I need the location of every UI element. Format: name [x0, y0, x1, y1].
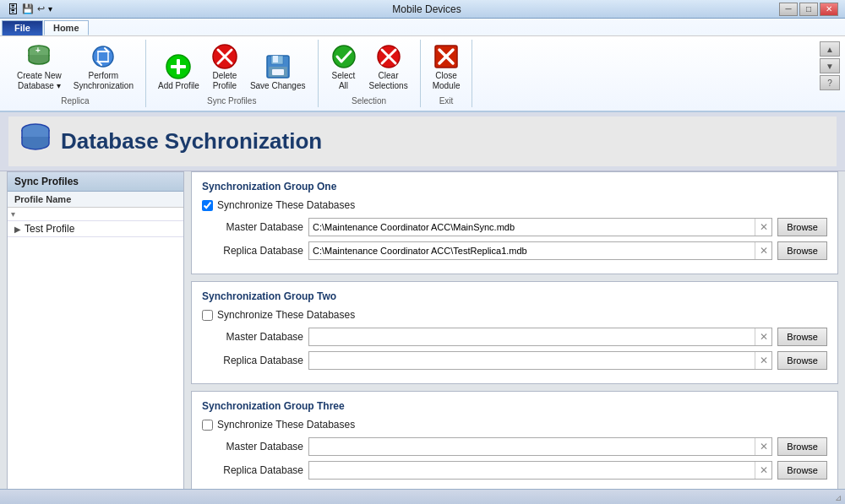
select-all-icon — [330, 43, 357, 70]
add-profile-button[interactable]: Add Profile — [153, 50, 204, 95]
sync-checkbox-3[interactable] — [202, 420, 213, 431]
resize-grip[interactable]: ⊿ — [831, 490, 845, 504]
add-profile-icon — [165, 53, 192, 80]
ribbon-group-selection: SelectAll ClearSelections Selec — [319, 40, 421, 107]
sync-profiles-group-label: Sync Profiles — [207, 96, 256, 106]
exit-buttons: CloseModule — [428, 40, 466, 95]
clear-selections-button[interactable]: ClearSelections — [364, 40, 413, 95]
sync-checkbox-2[interactable] — [202, 310, 213, 321]
save-changes-button[interactable]: Save Changes — [245, 50, 311, 95]
svg-rect-5 — [171, 65, 186, 68]
tree-expand-icon: ▶ — [14, 225, 21, 234]
exit-group-label: Exit — [439, 96, 454, 106]
close-button[interactable]: ✕ — [820, 3, 838, 16]
page-body: Sync Profiles Profile Name ▾ ▶ Test Prof… — [0, 171, 845, 504]
replica-db-input-wrapper-2: ✕ — [308, 351, 772, 370]
svg-rect-13 — [272, 69, 284, 75]
ribbon-body: + Create NewDatabase ▾ — [0, 35, 845, 111]
clear-selections-label: ClearSelections — [369, 71, 408, 91]
title-bar: 🗄 💾 ↩ ▾ Mobile Devices ─ □ ✕ — [0, 0, 845, 19]
master-db-browse-btn-1[interactable]: Browse — [777, 218, 827, 236]
replica-db-row-2: Replica Database✕Browse — [202, 351, 827, 370]
sync-profile-buttons: Add Profile DeleteProfile — [153, 40, 311, 95]
page-title: Database Sychronization — [61, 128, 322, 154]
master-db-input-3[interactable] — [309, 438, 755, 455]
master-db-clear-btn-1[interactable]: ✕ — [755, 219, 771, 236]
minimize-button[interactable]: ─ — [779, 3, 798, 16]
replica-buttons: + Create NewDatabase ▾ — [12, 40, 139, 95]
master-db-input-wrapper-2: ✕ — [308, 328, 772, 346]
replica-db-clear-btn-3[interactable]: ✕ — [755, 462, 771, 479]
nav-up-button[interactable]: ▲ — [820, 41, 840, 57]
expander-row[interactable]: ▾ — [8, 208, 183, 221]
sync-group-title-3: Synchronization Group Three — [202, 400, 827, 412]
delete-profile-icon — [211, 43, 238, 70]
replica-db-browse-btn-2[interactable]: Browse — [777, 351, 827, 370]
replica-db-browse-btn-1[interactable]: Browse — [777, 241, 827, 260]
svg-point-2 — [93, 46, 113, 67]
sync-group-title-1: Synchronization Group One — [202, 181, 827, 192]
replica-db-input-wrapper-3: ✕ — [308, 461, 772, 480]
list-item[interactable]: ▶ Test Profile — [8, 221, 183, 237]
nav-help-button[interactable]: ? — [820, 75, 840, 90]
close-module-button[interactable]: CloseModule — [428, 40, 466, 95]
page-header-area: Database Sychronization — [0, 112, 845, 171]
create-new-database-button[interactable]: + Create NewDatabase ▾ — [12, 40, 67, 95]
quick-undo-btn[interactable]: ↩ — [37, 3, 45, 14]
sync-label: PerformSynchronization — [74, 71, 134, 91]
replica-db-row-3: Replica Database✕Browse — [202, 461, 827, 480]
master-db-clear-btn-2[interactable]: ✕ — [755, 328, 771, 345]
perform-synchronization-button[interactable]: PerformSynchronization — [68, 40, 139, 95]
quick-dropdown-btn[interactable]: ▾ — [48, 4, 52, 14]
select-all-label: SelectAll — [332, 71, 356, 91]
replica-db-clear-btn-2[interactable]: ✕ — [755, 352, 771, 369]
ribbon-group-sync-profiles: Add Profile DeleteProfile — [146, 40, 319, 107]
clear-selections-icon — [375, 43, 402, 70]
quick-save-btn[interactable]: 💾 — [22, 3, 34, 14]
master-db-input-wrapper-1: ✕ — [308, 218, 772, 236]
add-profile-label: Add Profile — [158, 81, 199, 91]
master-db-browse-btn-2[interactable]: Browse — [777, 328, 827, 346]
replica-db-input-1[interactable] — [309, 242, 755, 259]
replica-db-input-3[interactable] — [309, 462, 755, 479]
ribbon-group-replica: + Create NewDatabase ▾ — [5, 40, 146, 107]
master-db-input-1[interactable] — [309, 219, 755, 236]
nav-down-button[interactable]: ▼ — [820, 58, 840, 73]
left-panel-title: Sync Profiles — [8, 172, 183, 192]
sync-group-2: Synchronization Group TwoSynchronize The… — [191, 281, 838, 384]
sync-checkbox-1[interactable] — [202, 200, 213, 211]
app-icon: 🗄 — [7, 3, 19, 16]
replica-db-browse-btn-3[interactable]: Browse — [777, 461, 827, 480]
master-db-input-2[interactable] — [309, 328, 755, 345]
tab-home[interactable]: Home — [44, 20, 89, 35]
save-icon — [264, 53, 292, 80]
master-db-label-2: Master Database — [202, 331, 303, 343]
master-db-row-2: Master Database✕Browse — [202, 328, 827, 346]
close-module-label: CloseModule — [433, 71, 461, 91]
test-profile-item: Test Profile — [25, 223, 74, 235]
replica-db-input-2[interactable] — [309, 352, 755, 369]
window-title: Mobile Devices — [74, 3, 779, 15]
window-controls: ─ □ ✕ — [779, 3, 838, 16]
master-db-clear-btn-3[interactable]: ✕ — [755, 438, 771, 455]
sync-checkbox-label-2: Synchronize These Databases — [217, 309, 355, 321]
sync-icon — [90, 43, 117, 70]
expander-icon: ▾ — [11, 209, 15, 219]
replica-db-clear-btn-1[interactable]: ✕ — [755, 242, 771, 259]
sync-checkbox-row-3: Synchronize These Databases — [202, 419, 827, 431]
replica-db-input-wrapper-1: ✕ — [308, 241, 772, 260]
selection-group-label: Selection — [352, 96, 386, 106]
master-db-label-1: Master Database — [202, 221, 303, 233]
sync-checkbox-row-1: Synchronize These Databases — [202, 199, 827, 211]
select-all-button[interactable]: SelectAll — [325, 40, 363, 95]
master-db-label-3: Master Database — [202, 441, 303, 453]
page-header-icon — [19, 122, 52, 161]
restore-button[interactable]: □ — [799, 3, 818, 16]
replica-db-label-1: Replica Database — [202, 245, 303, 257]
delete-profile-button[interactable]: DeleteProfile — [206, 40, 243, 95]
master-db-browse-btn-3[interactable]: Browse — [777, 437, 827, 456]
replica-db-row-1: Replica Database✕Browse — [202, 241, 827, 260]
tab-file[interactable]: File — [2, 20, 43, 35]
profile-name-column-header: Profile Name — [14, 194, 71, 204]
create-db-icon: + — [25, 43, 52, 70]
